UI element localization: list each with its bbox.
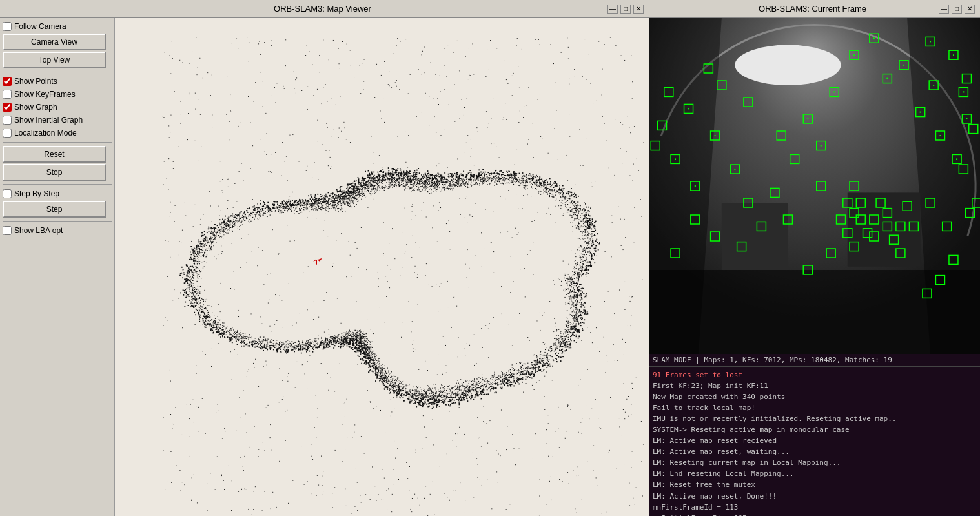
divider-2 [3, 142, 112, 143]
show-inertial-graph-checkbox[interactable] [3, 116, 12, 125]
step-by-step-row: Step By Step [3, 188, 112, 200]
show-graph-checkbox[interactable] [3, 103, 12, 112]
map-viewer-title: ORB-SLAM3: Map Viewer [37, 4, 607, 14]
log-line: LM: Active map reset recieved [653, 435, 976, 446]
localization-mode-row: Localization Mode [3, 127, 112, 139]
map-viewer-content: Follow Camera Camera View Top View Show … [0, 18, 649, 516]
show-points-checkbox[interactable] [3, 77, 12, 86]
show-keyframes-label[interactable]: Show KeyFrames [14, 90, 76, 99]
map-viewer-titlebar-buttons: — □ ✕ [607, 5, 644, 14]
log-line: LM: Reset free the mutex [653, 479, 976, 490]
map-viewer-window: ORB-SLAM3: Map Viewer — □ ✕ Follow Camer… [0, 0, 649, 516]
show-graph-row: Show Graph [3, 101, 112, 113]
current-frame-window: ORB-SLAM3: Current Frame — □ ✕ SLAM MODE… [649, 0, 980, 516]
show-points-label[interactable]: Show Points [14, 77, 57, 86]
show-lba-opt-row: Show LBA opt [3, 225, 112, 236]
maximize-button[interactable]: □ [620, 5, 631, 14]
step-button[interactable]: Step [3, 201, 106, 218]
log-line: New Map created with 340 points [653, 391, 976, 402]
log-panel: 91 Frames set to lostFirst KF:23; Map in… [649, 367, 980, 516]
minimize-button[interactable]: — [607, 5, 618, 14]
follow-camera-row: Follow Camera [3, 21, 112, 32]
point-cloud-canvas [115, 18, 649, 516]
reset-button[interactable]: Reset [3, 146, 106, 163]
log-line: SYSTEM-> Reseting active map in monocula… [653, 424, 976, 435]
log-line: First KF:23; Map init KF:11 [653, 380, 976, 391]
step-by-step-checkbox[interactable] [3, 189, 12, 198]
current-frame-titlebar-buttons: — □ ✕ [939, 5, 975, 14]
show-lba-opt-checkbox[interactable] [3, 226, 12, 235]
controls-panel: Follow Camera Camera View Top View Show … [0, 18, 115, 516]
map-canvas[interactable] [115, 18, 649, 516]
log-line: LM: Active map reset, waiting... [653, 446, 976, 457]
log-line: 91 Frames set to lost [653, 369, 976, 380]
divider-4 [3, 221, 112, 222]
log-line: LM: End reseting Local Mapping... [653, 468, 976, 479]
log-line: Fail to track local map! [653, 402, 976, 413]
camera-view-area [649, 18, 980, 354]
camera-view-button[interactable]: Camera View [3, 34, 106, 50]
log-line: LM: Reseting current map in Local Mappin… [653, 457, 976, 468]
show-keyframes-checkbox[interactable] [3, 90, 12, 99]
localization-mode-label[interactable]: Localization Mode [14, 129, 77, 138]
log-line: LM: Active map reset, Done!!! [653, 491, 976, 502]
show-keyframes-row: Show KeyFrames [3, 88, 112, 100]
log-line: mnInitialFrameId = 105 [653, 513, 976, 516]
top-view-button[interactable]: Top View [3, 52, 106, 68]
show-inertial-graph-row: Show Inertial Graph [3, 114, 112, 126]
map-viewer-titlebar: ORB-SLAM3: Map Viewer — □ ✕ [0, 0, 649, 18]
show-points-row: Show Points [3, 76, 112, 87]
divider-3 [3, 184, 112, 185]
log-line: IMU is not or recently initialized. Rese… [653, 413, 976, 424]
localization-mode-checkbox[interactable] [3, 129, 12, 138]
current-frame-titlebar: ORB-SLAM3: Current Frame — □ ✕ [649, 0, 980, 18]
close-button[interactable]: ✕ [633, 5, 644, 14]
status-text: SLAM MODE | Maps: 1, KFs: 7012, MPs: 180… [653, 356, 892, 364]
follow-camera-checkbox[interactable] [3, 22, 12, 31]
follow-camera-label[interactable]: Follow Camera [14, 22, 66, 31]
cf-close-button[interactable]: ✕ [965, 5, 975, 14]
cf-maximize-button[interactable]: □ [952, 5, 962, 14]
show-graph-label[interactable]: Show Graph [14, 103, 57, 112]
divider-1 [3, 72, 112, 72]
step-by-step-label[interactable]: Step By Step [14, 189, 59, 198]
cf-minimize-button[interactable]: — [939, 5, 949, 14]
log-line: mnFirstFrameId = 113 [653, 502, 976, 513]
show-inertial-graph-label[interactable]: Show Inertial Graph [14, 116, 83, 125]
status-bar: SLAM MODE | Maps: 1, KFs: 7012, MPs: 180… [649, 354, 980, 367]
show-lba-opt-label[interactable]: Show LBA opt [14, 226, 63, 235]
camera-feed-canvas [649, 18, 980, 354]
current-frame-title: ORB-SLAM3: Current Frame [686, 4, 939, 14]
stop-button[interactable]: Stop [3, 164, 106, 181]
